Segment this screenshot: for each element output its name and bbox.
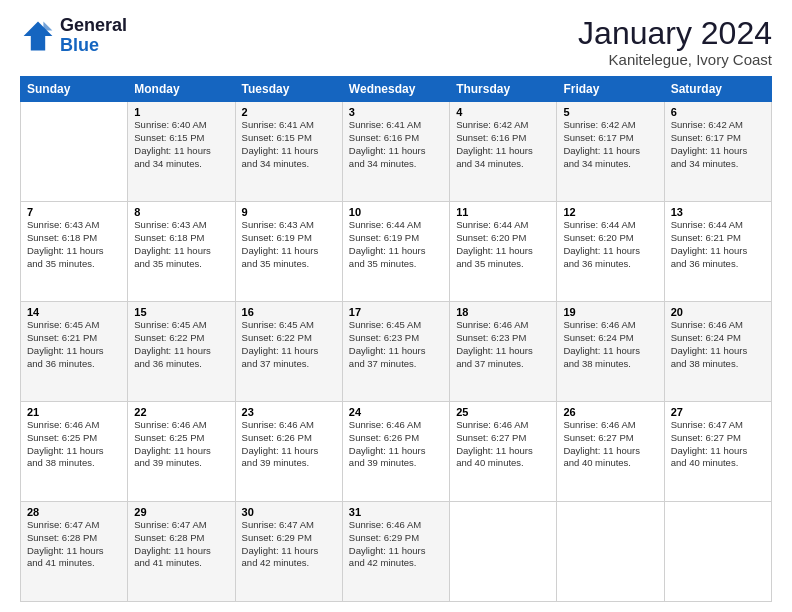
calendar-cell: 18Sunrise: 6:46 AM Sunset: 6:23 PM Dayli…	[450, 302, 557, 402]
day-info: Sunrise: 6:46 AM Sunset: 6:25 PM Dayligh…	[27, 419, 121, 470]
day-number: 29	[134, 506, 228, 518]
day-number: 19	[563, 306, 657, 318]
day-info: Sunrise: 6:44 AM Sunset: 6:20 PM Dayligh…	[563, 219, 657, 270]
day-number: 25	[456, 406, 550, 418]
week-row-2: 7Sunrise: 6:43 AM Sunset: 6:18 PM Daylig…	[21, 202, 772, 302]
week-row-5: 28Sunrise: 6:47 AM Sunset: 6:28 PM Dayli…	[21, 502, 772, 602]
day-number: 9	[242, 206, 336, 218]
calendar-cell: 11Sunrise: 6:44 AM Sunset: 6:20 PM Dayli…	[450, 202, 557, 302]
day-number: 11	[456, 206, 550, 218]
day-number: 22	[134, 406, 228, 418]
day-info: Sunrise: 6:46 AM Sunset: 6:25 PM Dayligh…	[134, 419, 228, 470]
day-info: Sunrise: 6:45 AM Sunset: 6:22 PM Dayligh…	[134, 319, 228, 370]
calendar-cell: 28Sunrise: 6:47 AM Sunset: 6:28 PM Dayli…	[21, 502, 128, 602]
calendar-cell: 31Sunrise: 6:46 AM Sunset: 6:29 PM Dayli…	[342, 502, 449, 602]
calendar-cell: 7Sunrise: 6:43 AM Sunset: 6:18 PM Daylig…	[21, 202, 128, 302]
day-number: 1	[134, 106, 228, 118]
day-info: Sunrise: 6:42 AM Sunset: 6:17 PM Dayligh…	[671, 119, 765, 170]
calendar-cell: 10Sunrise: 6:44 AM Sunset: 6:19 PM Dayli…	[342, 202, 449, 302]
day-info: Sunrise: 6:46 AM Sunset: 6:26 PM Dayligh…	[349, 419, 443, 470]
logo-text: General Blue	[60, 16, 127, 56]
day-info: Sunrise: 6:47 AM Sunset: 6:28 PM Dayligh…	[27, 519, 121, 570]
day-number: 30	[242, 506, 336, 518]
day-info: Sunrise: 6:41 AM Sunset: 6:16 PM Dayligh…	[349, 119, 443, 170]
calendar-cell: 29Sunrise: 6:47 AM Sunset: 6:28 PM Dayli…	[128, 502, 235, 602]
day-number: 10	[349, 206, 443, 218]
week-row-3: 14Sunrise: 6:45 AM Sunset: 6:21 PM Dayli…	[21, 302, 772, 402]
calendar-cell: 23Sunrise: 6:46 AM Sunset: 6:26 PM Dayli…	[235, 402, 342, 502]
day-info: Sunrise: 6:42 AM Sunset: 6:16 PM Dayligh…	[456, 119, 550, 170]
calendar-cell: 25Sunrise: 6:46 AM Sunset: 6:27 PM Dayli…	[450, 402, 557, 502]
day-info: Sunrise: 6:40 AM Sunset: 6:15 PM Dayligh…	[134, 119, 228, 170]
day-info: Sunrise: 6:47 AM Sunset: 6:29 PM Dayligh…	[242, 519, 336, 570]
day-header-saturday: Saturday	[664, 77, 771, 102]
day-header-monday: Monday	[128, 77, 235, 102]
day-info: Sunrise: 6:45 AM Sunset: 6:23 PM Dayligh…	[349, 319, 443, 370]
day-info: Sunrise: 6:43 AM Sunset: 6:19 PM Dayligh…	[242, 219, 336, 270]
day-info: Sunrise: 6:45 AM Sunset: 6:22 PM Dayligh…	[242, 319, 336, 370]
day-number: 17	[349, 306, 443, 318]
page: General Blue January 2024 Kanitelegue, I…	[0, 0, 792, 612]
calendar-cell: 17Sunrise: 6:45 AM Sunset: 6:23 PM Dayli…	[342, 302, 449, 402]
day-info: Sunrise: 6:46 AM Sunset: 6:26 PM Dayligh…	[242, 419, 336, 470]
day-number: 16	[242, 306, 336, 318]
title-block: January 2024 Kanitelegue, Ivory Coast	[578, 16, 772, 68]
day-header-friday: Friday	[557, 77, 664, 102]
calendar-cell: 26Sunrise: 6:46 AM Sunset: 6:27 PM Dayli…	[557, 402, 664, 502]
day-number: 13	[671, 206, 765, 218]
calendar-cell	[557, 502, 664, 602]
calendar-cell	[21, 102, 128, 202]
calendar-table: SundayMondayTuesdayWednesdayThursdayFrid…	[20, 76, 772, 602]
day-info: Sunrise: 6:43 AM Sunset: 6:18 PM Dayligh…	[27, 219, 121, 270]
logo-icon	[20, 18, 56, 54]
calendar-cell: 12Sunrise: 6:44 AM Sunset: 6:20 PM Dayli…	[557, 202, 664, 302]
calendar-cell: 5Sunrise: 6:42 AM Sunset: 6:17 PM Daylig…	[557, 102, 664, 202]
day-info: Sunrise: 6:46 AM Sunset: 6:27 PM Dayligh…	[563, 419, 657, 470]
day-info: Sunrise: 6:43 AM Sunset: 6:18 PM Dayligh…	[134, 219, 228, 270]
day-number: 27	[671, 406, 765, 418]
header: General Blue January 2024 Kanitelegue, I…	[20, 16, 772, 68]
subtitle: Kanitelegue, Ivory Coast	[578, 51, 772, 68]
day-number: 6	[671, 106, 765, 118]
day-number: 26	[563, 406, 657, 418]
day-number: 7	[27, 206, 121, 218]
day-info: Sunrise: 6:42 AM Sunset: 6:17 PM Dayligh…	[563, 119, 657, 170]
day-number: 14	[27, 306, 121, 318]
logo: General Blue	[20, 16, 127, 56]
day-number: 2	[242, 106, 336, 118]
day-info: Sunrise: 6:44 AM Sunset: 6:20 PM Dayligh…	[456, 219, 550, 270]
day-number: 15	[134, 306, 228, 318]
calendar-cell: 15Sunrise: 6:45 AM Sunset: 6:22 PM Dayli…	[128, 302, 235, 402]
day-header-tuesday: Tuesday	[235, 77, 342, 102]
calendar-cell: 8Sunrise: 6:43 AM Sunset: 6:18 PM Daylig…	[128, 202, 235, 302]
day-info: Sunrise: 6:46 AM Sunset: 6:24 PM Dayligh…	[563, 319, 657, 370]
day-info: Sunrise: 6:41 AM Sunset: 6:15 PM Dayligh…	[242, 119, 336, 170]
day-header-sunday: Sunday	[21, 77, 128, 102]
day-number: 23	[242, 406, 336, 418]
day-number: 31	[349, 506, 443, 518]
calendar-cell: 6Sunrise: 6:42 AM Sunset: 6:17 PM Daylig…	[664, 102, 771, 202]
day-number: 28	[27, 506, 121, 518]
day-info: Sunrise: 6:46 AM Sunset: 6:27 PM Dayligh…	[456, 419, 550, 470]
svg-marker-0	[24, 21, 53, 50]
day-number: 20	[671, 306, 765, 318]
calendar-cell: 27Sunrise: 6:47 AM Sunset: 6:27 PM Dayli…	[664, 402, 771, 502]
calendar-cell: 9Sunrise: 6:43 AM Sunset: 6:19 PM Daylig…	[235, 202, 342, 302]
day-header-thursday: Thursday	[450, 77, 557, 102]
day-info: Sunrise: 6:46 AM Sunset: 6:24 PM Dayligh…	[671, 319, 765, 370]
day-info: Sunrise: 6:46 AM Sunset: 6:23 PM Dayligh…	[456, 319, 550, 370]
week-row-4: 21Sunrise: 6:46 AM Sunset: 6:25 PM Dayli…	[21, 402, 772, 502]
day-header-wednesday: Wednesday	[342, 77, 449, 102]
day-info: Sunrise: 6:47 AM Sunset: 6:28 PM Dayligh…	[134, 519, 228, 570]
calendar-cell	[450, 502, 557, 602]
day-number: 8	[134, 206, 228, 218]
calendar-cell: 22Sunrise: 6:46 AM Sunset: 6:25 PM Dayli…	[128, 402, 235, 502]
calendar-cell	[664, 502, 771, 602]
day-info: Sunrise: 6:46 AM Sunset: 6:29 PM Dayligh…	[349, 519, 443, 570]
day-number: 18	[456, 306, 550, 318]
day-info: Sunrise: 6:47 AM Sunset: 6:27 PM Dayligh…	[671, 419, 765, 470]
calendar-cell: 16Sunrise: 6:45 AM Sunset: 6:22 PM Dayli…	[235, 302, 342, 402]
day-number: 21	[27, 406, 121, 418]
calendar-cell: 24Sunrise: 6:46 AM Sunset: 6:26 PM Dayli…	[342, 402, 449, 502]
calendar-cell: 20Sunrise: 6:46 AM Sunset: 6:24 PM Dayli…	[664, 302, 771, 402]
